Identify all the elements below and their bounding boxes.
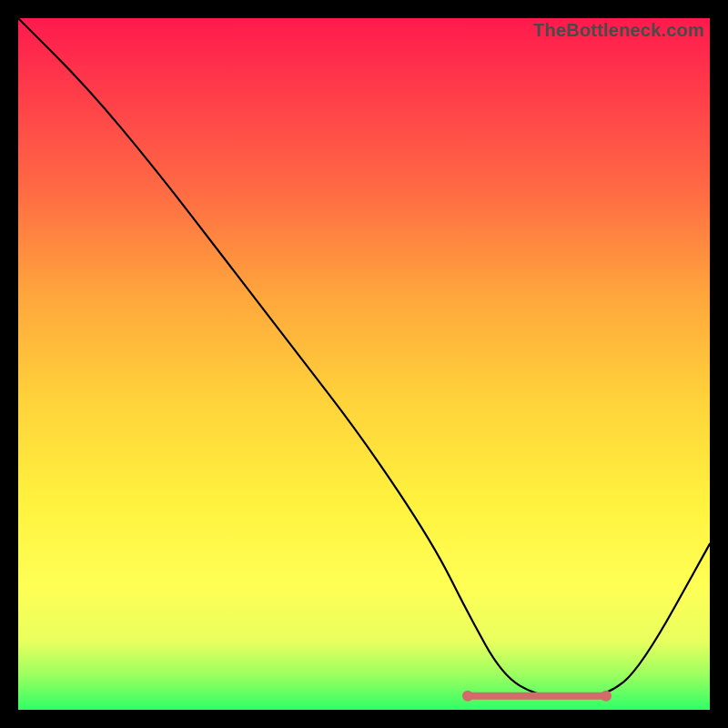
flat-region-start-dot <box>462 691 473 702</box>
curve-path <box>18 18 710 696</box>
bottleneck-curve <box>18 18 710 710</box>
chart-frame: TheBottleneck.com <box>18 18 710 710</box>
flat-region-end-dot <box>601 691 612 702</box>
